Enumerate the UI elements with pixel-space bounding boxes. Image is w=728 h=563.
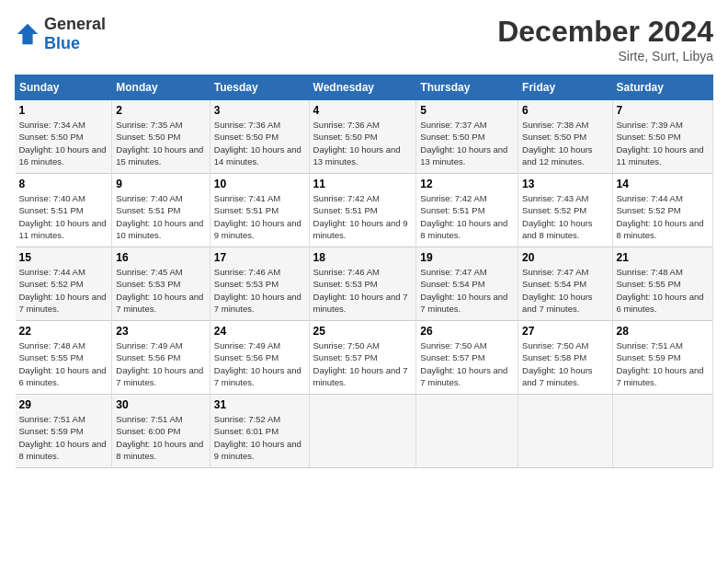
title-block: December 2024 Sirte, Surt, Libya xyxy=(497,15,713,63)
day-number: 27 xyxy=(522,325,608,338)
day-number: 11 xyxy=(313,178,413,190)
day-info: Sunrise: 7:40 AMSunset: 5:51 PMDaylight:… xyxy=(116,193,203,240)
calendar-cell: 16Sunrise: 7:45 AMSunset: 5:53 PMDayligh… xyxy=(112,247,210,321)
col-saturday: Saturday xyxy=(612,75,713,100)
day-info: Sunrise: 7:36 AMSunset: 5:50 PMDaylight:… xyxy=(313,120,401,167)
day-number: 31 xyxy=(214,398,305,411)
day-info: Sunrise: 7:51 AMSunset: 5:59 PMDaylight:… xyxy=(19,414,107,461)
day-number: 17 xyxy=(214,251,305,264)
day-number: 2 xyxy=(116,104,206,117)
col-thursday: Thursday xyxy=(416,75,518,100)
col-wednesday: Wednesday xyxy=(309,75,416,100)
calendar-cell: 10Sunrise: 7:41 AMSunset: 5:51 PMDayligh… xyxy=(210,174,309,247)
day-number: 26 xyxy=(420,325,514,338)
page-header: General Blue December 2024 Sirte, Surt, … xyxy=(15,15,713,63)
calendar-cell: 2Sunrise: 7:35 AMSunset: 5:50 PMDaylight… xyxy=(112,100,210,174)
calendar-cell: 6Sunrise: 7:38 AMSunset: 5:50 PMDaylight… xyxy=(518,100,612,174)
day-info: Sunrise: 7:46 AMSunset: 5:53 PMDaylight:… xyxy=(214,267,301,314)
day-info: Sunrise: 7:44 AMSunset: 5:52 PMDaylight:… xyxy=(19,267,107,314)
day-number: 16 xyxy=(116,251,206,264)
calendar-cell: 24Sunrise: 7:49 AMSunset: 5:56 PMDayligh… xyxy=(210,321,309,395)
calendar-week-row: 29Sunrise: 7:51 AMSunset: 5:59 PMDayligh… xyxy=(16,395,713,468)
day-info: Sunrise: 7:50 AMSunset: 5:57 PMDaylight:… xyxy=(420,340,507,387)
calendar-cell: 31Sunrise: 7:52 AMSunset: 6:01 PMDayligh… xyxy=(210,395,309,468)
day-info: Sunrise: 7:38 AMSunset: 5:50 PMDaylight:… xyxy=(522,120,593,167)
day-info: Sunrise: 7:51 AMSunset: 6:00 PMDaylight:… xyxy=(116,414,203,461)
day-info: Sunrise: 7:40 AMSunset: 5:51 PMDaylight:… xyxy=(19,193,107,240)
calendar-week-row: 8Sunrise: 7:40 AMSunset: 5:51 PMDaylight… xyxy=(16,174,713,247)
col-sunday: Sunday xyxy=(16,75,112,100)
logo-icon xyxy=(15,21,40,47)
calendar-cell xyxy=(309,395,416,468)
day-number: 30 xyxy=(116,398,206,411)
col-friday: Friday xyxy=(518,75,612,100)
day-info: Sunrise: 7:46 AMSunset: 5:53 PMDaylight:… xyxy=(313,267,408,314)
day-number: 15 xyxy=(19,251,108,264)
day-info: Sunrise: 7:41 AMSunset: 5:51 PMDaylight:… xyxy=(214,193,301,240)
day-info: Sunrise: 7:44 AMSunset: 5:52 PMDaylight:… xyxy=(617,193,704,240)
calendar-cell: 1Sunrise: 7:34 AMSunset: 5:50 PMDaylight… xyxy=(16,100,112,174)
day-number: 8 xyxy=(19,178,108,190)
calendar-cell: 5Sunrise: 7:37 AMSunset: 5:50 PMDaylight… xyxy=(416,100,518,174)
day-info: Sunrise: 7:45 AMSunset: 5:53 PMDaylight:… xyxy=(116,267,203,314)
day-number: 14 xyxy=(617,178,710,190)
day-number: 22 xyxy=(19,325,108,338)
calendar-week-row: 22Sunrise: 7:48 AMSunset: 5:55 PMDayligh… xyxy=(16,321,713,395)
day-number: 12 xyxy=(420,178,514,190)
day-info: Sunrise: 7:48 AMSunset: 5:55 PMDaylight:… xyxy=(19,340,107,387)
calendar-cell: 13Sunrise: 7:43 AMSunset: 5:52 PMDayligh… xyxy=(518,174,612,247)
day-info: Sunrise: 7:43 AMSunset: 5:52 PMDaylight:… xyxy=(522,193,593,240)
calendar-cell: 30Sunrise: 7:51 AMSunset: 6:00 PMDayligh… xyxy=(112,395,210,468)
day-number: 13 xyxy=(522,178,608,190)
calendar-cell xyxy=(416,395,518,468)
day-info: Sunrise: 7:39 AMSunset: 5:50 PMDaylight:… xyxy=(617,120,704,167)
calendar-cell: 17Sunrise: 7:46 AMSunset: 5:53 PMDayligh… xyxy=(210,247,309,321)
day-number: 10 xyxy=(214,178,305,190)
calendar-week-row: 1Sunrise: 7:34 AMSunset: 5:50 PMDaylight… xyxy=(16,100,713,174)
day-info: Sunrise: 7:47 AMSunset: 5:54 PMDaylight:… xyxy=(522,267,593,314)
day-info: Sunrise: 7:42 AMSunset: 5:51 PMDaylight:… xyxy=(313,193,408,240)
calendar-cell: 9Sunrise: 7:40 AMSunset: 5:51 PMDaylight… xyxy=(112,174,210,247)
calendar-cell: 3Sunrise: 7:36 AMSunset: 5:50 PMDaylight… xyxy=(210,100,309,174)
day-info: Sunrise: 7:34 AMSunset: 5:50 PMDaylight:… xyxy=(19,120,107,167)
calendar-cell: 11Sunrise: 7:42 AMSunset: 5:51 PMDayligh… xyxy=(309,174,416,247)
calendar-cell: 20Sunrise: 7:47 AMSunset: 5:54 PMDayligh… xyxy=(518,247,612,321)
calendar-cell xyxy=(518,395,612,468)
day-number: 4 xyxy=(313,104,413,117)
day-number: 23 xyxy=(116,325,206,338)
calendar-cell: 23Sunrise: 7:49 AMSunset: 5:56 PMDayligh… xyxy=(112,321,210,395)
day-info: Sunrise: 7:47 AMSunset: 5:54 PMDaylight:… xyxy=(420,267,507,314)
logo: General Blue xyxy=(15,15,106,53)
calendar-cell: 29Sunrise: 7:51 AMSunset: 5:59 PMDayligh… xyxy=(16,395,112,468)
day-number: 21 xyxy=(617,251,710,264)
day-info: Sunrise: 7:42 AMSunset: 5:51 PMDaylight:… xyxy=(420,193,507,240)
calendar-cell: 27Sunrise: 7:50 AMSunset: 5:58 PMDayligh… xyxy=(518,321,612,395)
calendar-cell: 14Sunrise: 7:44 AMSunset: 5:52 PMDayligh… xyxy=(612,174,713,247)
day-info: Sunrise: 7:49 AMSunset: 5:56 PMDaylight:… xyxy=(116,340,203,387)
month-title: December 2024 xyxy=(497,15,713,49)
calendar-cell: 22Sunrise: 7:48 AMSunset: 5:55 PMDayligh… xyxy=(16,321,112,395)
calendar-cell: 21Sunrise: 7:48 AMSunset: 5:55 PMDayligh… xyxy=(612,247,713,321)
calendar-table: Sunday Monday Tuesday Wednesday Thursday… xyxy=(15,75,713,468)
day-info: Sunrise: 7:50 AMSunset: 5:57 PMDaylight:… xyxy=(313,340,408,387)
calendar-cell: 18Sunrise: 7:46 AMSunset: 5:53 PMDayligh… xyxy=(309,247,416,321)
day-number: 1 xyxy=(19,104,108,117)
day-info: Sunrise: 7:52 AMSunset: 6:01 PMDaylight:… xyxy=(214,414,301,461)
day-number: 28 xyxy=(617,325,710,338)
day-info: Sunrise: 7:36 AMSunset: 5:50 PMDaylight:… xyxy=(214,120,301,167)
day-number: 9 xyxy=(116,178,206,190)
calendar-cell: 8Sunrise: 7:40 AMSunset: 5:51 PMDaylight… xyxy=(16,174,112,247)
day-number: 25 xyxy=(313,325,413,338)
svg-marker-1 xyxy=(17,24,38,44)
calendar-cell: 25Sunrise: 7:50 AMSunset: 5:57 PMDayligh… xyxy=(309,321,416,395)
day-number: 3 xyxy=(214,104,305,117)
day-number: 7 xyxy=(617,104,710,117)
day-info: Sunrise: 7:35 AMSunset: 5:50 PMDaylight:… xyxy=(116,120,203,167)
calendar-week-row: 15Sunrise: 7:44 AMSunset: 5:52 PMDayligh… xyxy=(16,247,713,321)
day-info: Sunrise: 7:50 AMSunset: 5:58 PMDaylight:… xyxy=(522,340,593,387)
calendar-cell xyxy=(612,395,713,468)
day-info: Sunrise: 7:49 AMSunset: 5:56 PMDaylight:… xyxy=(214,340,301,387)
day-number: 18 xyxy=(313,251,413,264)
day-number: 6 xyxy=(522,104,608,117)
calendar-cell: 28Sunrise: 7:51 AMSunset: 5:59 PMDayligh… xyxy=(612,321,713,395)
